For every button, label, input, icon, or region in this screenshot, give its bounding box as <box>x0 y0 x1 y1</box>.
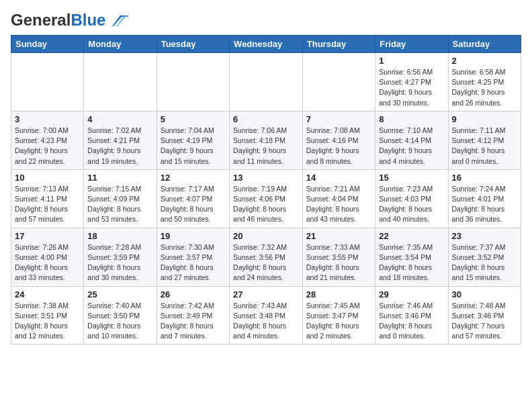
calendar-cell: 10Sunrise: 7:13 AM Sunset: 4:11 PM Dayli… <box>11 169 84 228</box>
day-number: 1 <box>379 56 444 66</box>
calendar-cell: 27Sunrise: 7:43 AM Sunset: 3:48 PM Dayli… <box>230 286 303 345</box>
day-number: 24 <box>15 289 80 300</box>
day-number: 23 <box>452 231 518 241</box>
weekday-header: Saturday <box>448 36 521 53</box>
weekday-header: Sunday <box>11 36 84 53</box>
calendar-cell <box>230 53 303 111</box>
calendar-week-row: 3Sunrise: 7:00 AM Sunset: 4:23 PM Daylig… <box>11 111 521 169</box>
day-number: 2 <box>452 56 518 66</box>
day-info: Sunrise: 7:37 AM Sunset: 3:52 PM Dayligh… <box>452 242 518 283</box>
day-info: Sunrise: 7:42 AM Sunset: 3:49 PM Dayligh… <box>161 301 226 342</box>
day-number: 12 <box>161 173 226 183</box>
weekday-header: Tuesday <box>157 36 229 53</box>
day-number: 16 <box>452 173 518 183</box>
calendar-cell: 4Sunrise: 7:02 AM Sunset: 4:21 PM Daylig… <box>84 111 157 169</box>
day-info: Sunrise: 7:13 AM Sunset: 4:11 PM Dayligh… <box>15 184 80 225</box>
calendar-cell: 22Sunrise: 7:35 AM Sunset: 3:54 PM Dayli… <box>375 228 448 286</box>
calendar-cell: 21Sunrise: 7:33 AM Sunset: 3:55 PM Dayli… <box>302 228 375 286</box>
day-number: 9 <box>452 114 518 124</box>
logo-icon <box>107 13 128 28</box>
weekday-header: Wednesday <box>230 36 303 53</box>
day-info: Sunrise: 7:46 AM Sunset: 3:46 PM Dayligh… <box>379 301 444 342</box>
calendar-cell: 8Sunrise: 7:10 AM Sunset: 4:14 PM Daylig… <box>375 111 448 169</box>
calendar-cell: 3Sunrise: 7:00 AM Sunset: 4:23 PM Daylig… <box>11 111 84 169</box>
day-number: 7 <box>306 114 371 124</box>
day-info: Sunrise: 7:24 AM Sunset: 4:01 PM Dayligh… <box>452 184 518 225</box>
day-info: Sunrise: 7:35 AM Sunset: 3:54 PM Dayligh… <box>379 242 444 283</box>
calendar-week-row: 24Sunrise: 7:38 AM Sunset: 3:51 PM Dayli… <box>11 286 521 345</box>
calendar-cell: 20Sunrise: 7:32 AM Sunset: 3:56 PM Dayli… <box>230 228 303 286</box>
day-number: 17 <box>15 231 80 241</box>
day-number: 15 <box>379 173 444 183</box>
day-number: 20 <box>233 231 299 241</box>
day-info: Sunrise: 6:56 AM Sunset: 4:27 PM Dayligh… <box>379 67 444 108</box>
calendar-cell: 23Sunrise: 7:37 AM Sunset: 3:52 PM Dayli… <box>448 228 521 286</box>
day-number: 22 <box>379 231 444 241</box>
day-info: Sunrise: 7:08 AM Sunset: 4:16 PM Dayligh… <box>306 126 371 167</box>
day-number: 25 <box>87 289 152 300</box>
day-number: 19 <box>161 231 226 241</box>
logo: GeneralBlue <box>11 11 128 30</box>
day-info: Sunrise: 7:06 AM Sunset: 4:18 PM Dayligh… <box>233 126 299 167</box>
day-info: Sunrise: 7:02 AM Sunset: 4:21 PM Dayligh… <box>87 126 152 167</box>
page-header: GeneralBlue <box>11 11 521 30</box>
day-number: 29 <box>379 289 444 300</box>
day-info: Sunrise: 7:15 AM Sunset: 4:09 PM Dayligh… <box>87 184 152 225</box>
day-info: Sunrise: 7:21 AM Sunset: 4:04 PM Dayligh… <box>306 184 371 225</box>
day-number: 11 <box>87 173 152 183</box>
calendar-cell: 14Sunrise: 7:21 AM Sunset: 4:04 PM Dayli… <box>302 169 375 228</box>
day-info: Sunrise: 7:17 AM Sunset: 4:07 PM Dayligh… <box>161 184 226 225</box>
calendar-cell: 25Sunrise: 7:40 AM Sunset: 3:50 PM Dayli… <box>84 286 157 345</box>
day-info: Sunrise: 7:30 AM Sunset: 3:57 PM Dayligh… <box>161 242 226 283</box>
calendar-cell: 7Sunrise: 7:08 AM Sunset: 4:16 PM Daylig… <box>302 111 375 169</box>
calendar-cell: 5Sunrise: 7:04 AM Sunset: 4:19 PM Daylig… <box>157 111 229 169</box>
calendar-cell: 12Sunrise: 7:17 AM Sunset: 4:07 PM Dayli… <box>157 169 229 228</box>
day-info: Sunrise: 7:45 AM Sunset: 3:47 PM Dayligh… <box>306 301 371 342</box>
day-info: Sunrise: 7:19 AM Sunset: 4:06 PM Dayligh… <box>233 184 299 225</box>
calendar-header-row: SundayMondayTuesdayWednesdayThursdayFrid… <box>11 36 521 53</box>
calendar-cell: 19Sunrise: 7:30 AM Sunset: 3:57 PM Dayli… <box>157 228 229 286</box>
day-number: 3 <box>15 114 80 124</box>
calendar-cell: 24Sunrise: 7:38 AM Sunset: 3:51 PM Dayli… <box>11 286 84 345</box>
day-number: 28 <box>306 289 371 300</box>
calendar-cell <box>157 53 229 111</box>
day-number: 21 <box>306 231 371 241</box>
day-number: 6 <box>233 114 299 124</box>
day-info: Sunrise: 7:04 AM Sunset: 4:19 PM Dayligh… <box>161 126 226 167</box>
calendar-week-row: 1Sunrise: 6:56 AM Sunset: 4:27 PM Daylig… <box>11 53 521 111</box>
day-number: 4 <box>87 114 152 124</box>
calendar-cell: 28Sunrise: 7:45 AM Sunset: 3:47 PM Dayli… <box>302 286 375 345</box>
day-number: 14 <box>306 173 371 183</box>
calendar-cell: 30Sunrise: 7:48 AM Sunset: 3:46 PM Dayli… <box>448 286 521 345</box>
day-info: Sunrise: 7:38 AM Sunset: 3:51 PM Dayligh… <box>15 301 80 342</box>
day-info: Sunrise: 7:23 AM Sunset: 4:03 PM Dayligh… <box>379 184 444 225</box>
day-info: Sunrise: 7:40 AM Sunset: 3:50 PM Dayligh… <box>87 301 152 342</box>
calendar-cell: 18Sunrise: 7:28 AM Sunset: 3:59 PM Dayli… <box>84 228 157 286</box>
day-info: Sunrise: 7:10 AM Sunset: 4:14 PM Dayligh… <box>379 126 444 167</box>
calendar-cell: 13Sunrise: 7:19 AM Sunset: 4:06 PM Dayli… <box>230 169 303 228</box>
calendar-cell <box>11 53 84 111</box>
day-info: Sunrise: 7:26 AM Sunset: 4:00 PM Dayligh… <box>15 242 80 283</box>
weekday-header: Friday <box>375 36 448 53</box>
day-number: 30 <box>452 289 518 300</box>
day-info: Sunrise: 7:33 AM Sunset: 3:55 PM Dayligh… <box>306 242 371 283</box>
calendar-cell: 2Sunrise: 6:58 AM Sunset: 4:25 PM Daylig… <box>448 53 521 111</box>
calendar-cell: 6Sunrise: 7:06 AM Sunset: 4:18 PM Daylig… <box>230 111 303 169</box>
day-number: 27 <box>233 289 299 300</box>
calendar-cell: 9Sunrise: 7:11 AM Sunset: 4:12 PM Daylig… <box>448 111 521 169</box>
day-info: Sunrise: 7:48 AM Sunset: 3:46 PM Dayligh… <box>452 301 518 342</box>
day-number: 8 <box>379 114 444 124</box>
logo-text: GeneralBlue <box>11 11 105 30</box>
calendar-cell: 16Sunrise: 7:24 AM Sunset: 4:01 PM Dayli… <box>448 169 521 228</box>
day-info: Sunrise: 6:58 AM Sunset: 4:25 PM Dayligh… <box>452 67 518 108</box>
day-info: Sunrise: 7:32 AM Sunset: 3:56 PM Dayligh… <box>233 242 299 283</box>
calendar-cell: 26Sunrise: 7:42 AM Sunset: 3:49 PM Dayli… <box>157 286 229 345</box>
calendar-cell <box>84 53 157 111</box>
calendar-cell: 15Sunrise: 7:23 AM Sunset: 4:03 PM Dayli… <box>375 169 448 228</box>
day-number: 26 <box>161 289 226 300</box>
calendar-cell <box>302 53 375 111</box>
day-number: 10 <box>15 173 80 183</box>
calendar-table: SundayMondayTuesdayWednesdayThursdayFrid… <box>11 35 521 345</box>
day-info: Sunrise: 7:11 AM Sunset: 4:12 PM Dayligh… <box>452 126 518 167</box>
calendar-week-row: 10Sunrise: 7:13 AM Sunset: 4:11 PM Dayli… <box>11 169 521 228</box>
